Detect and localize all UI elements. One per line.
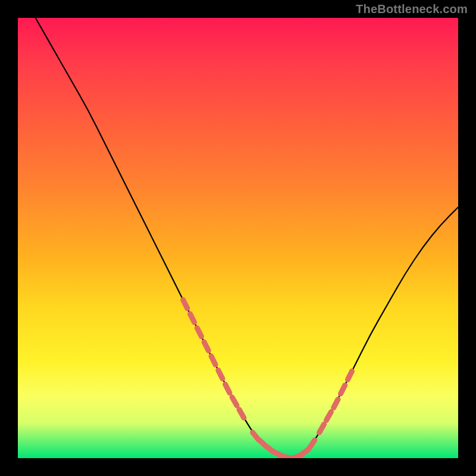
highlight-dash	[232, 397, 237, 406]
highlight-dash	[309, 440, 315, 448]
bottleneck-curve-line	[36, 18, 458, 458]
highlight-markers-group	[183, 300, 352, 458]
watermark-text: TheBottleneck.com	[356, 2, 468, 16]
highlight-dash	[190, 314, 195, 322]
highlight-dash	[347, 371, 352, 380]
highlight-dash	[327, 412, 331, 420]
highlight-dash	[197, 328, 201, 336]
highlight-dash	[211, 356, 215, 365]
highlight-dash	[204, 342, 208, 350]
bottleneck-curve-svg	[18, 18, 458, 458]
chart-frame: TheBottleneck.com	[0, 0, 476, 476]
plot-area	[18, 18, 458, 458]
highlight-dash	[183, 300, 187, 308]
highlight-dash	[239, 409, 244, 418]
highlight-dash	[334, 399, 338, 408]
highlight-dash	[341, 385, 345, 393]
highlight-dash	[320, 424, 324, 433]
highlight-dash	[226, 384, 230, 393]
highlight-dash	[218, 370, 223, 378]
